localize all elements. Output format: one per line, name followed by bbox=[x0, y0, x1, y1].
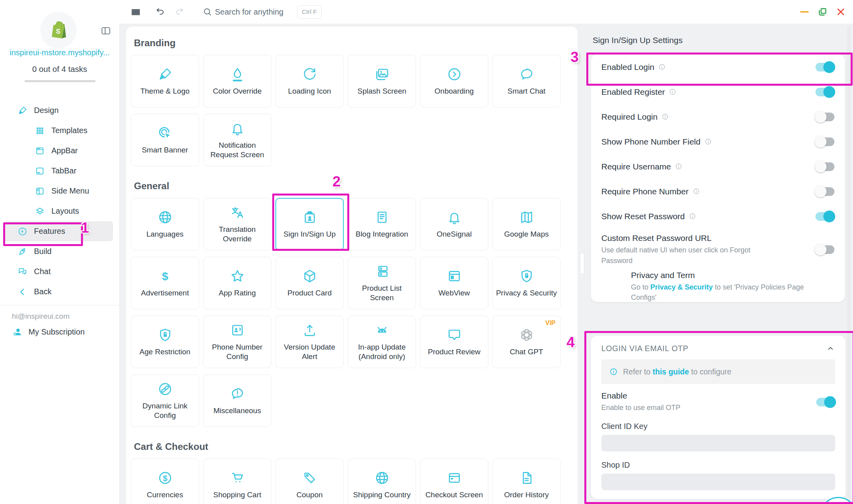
feature-card-dynamic-link-config[interactable]: Dynamic Link Config bbox=[131, 374, 199, 427]
feature-card-advertisement[interactable]: $Advertisement bbox=[131, 257, 199, 309]
sidebar-item-design[interactable]: Design bbox=[0, 100, 119, 120]
setting-row-require-username: Require Username bbox=[601, 154, 834, 179]
feature-card-product-card[interactable]: Product Card bbox=[275, 257, 344, 309]
toggle-enable-email-otp[interactable] bbox=[816, 398, 835, 406]
sidebar-item-chat[interactable]: Chat bbox=[0, 261, 119, 282]
feature-card-label: Blog Integration bbox=[353, 229, 410, 239]
sidebar-item-features[interactable]: Features bbox=[4, 221, 113, 241]
toggle-show-reset-password[interactable] bbox=[815, 212, 834, 221]
search-icon[interactable] bbox=[202, 0, 213, 24]
feature-card-webview[interactable]: WebView bbox=[420, 257, 488, 309]
tag-icon bbox=[302, 470, 318, 486]
feature-card-order-history[interactable]: Order History bbox=[492, 459, 561, 504]
feature-card-label: Product List Screen bbox=[348, 284, 416, 303]
toggle-custom-reset-password-url[interactable] bbox=[815, 245, 834, 254]
sidebar-item-back[interactable]: Back bbox=[0, 282, 119, 302]
feature-card-onboarding[interactable]: Onboarding bbox=[420, 55, 488, 107]
toggle-required-login[interactable] bbox=[815, 113, 834, 121]
shieldlock-icon bbox=[157, 327, 173, 343]
undo-icon[interactable] bbox=[155, 0, 165, 24]
toggle-show-phone-number-field[interactable] bbox=[815, 137, 834, 146]
sidebar-item-my-subscription[interactable]: My Subscription bbox=[12, 326, 85, 337]
features-icon bbox=[17, 226, 28, 237]
feature-card-sign-in-sign-up[interactable]: Sign In/Sign Up2 bbox=[275, 198, 344, 250]
feature-card-onesignal[interactable]: OneSignal bbox=[420, 198, 488, 250]
sidebar-item-side-menu[interactable]: Side Menu bbox=[0, 181, 119, 201]
sidebar-item-templates[interactable]: Templates bbox=[0, 120, 119, 141]
login-email-otp-card: LOGIN VIA EMAIL OTP Refer to this guide … bbox=[591, 336, 845, 499]
feature-card-label: Color Override bbox=[211, 87, 264, 96]
field-input-shop-id[interactable] bbox=[601, 474, 835, 490]
doc-icon bbox=[374, 209, 390, 225]
feature-card-shipping-country[interactable]: Shipping Country bbox=[348, 459, 416, 504]
feature-card-theme-logo[interactable]: Theme & Logo bbox=[131, 55, 199, 107]
feature-card-coupon[interactable]: Coupon bbox=[275, 459, 344, 504]
otp-enable-row: Enable Enable to use email OTP bbox=[601, 391, 835, 413]
feature-card-currencies[interactable]: $Currencies bbox=[131, 459, 199, 504]
feature-card-version-update-alert[interactable]: Version Update Alert bbox=[275, 316, 344, 368]
sidebar-item-tabbar[interactable]: TabBar bbox=[0, 161, 119, 181]
sidebar-item-label: TabBar bbox=[51, 166, 76, 175]
feature-card-color-override[interactable]: Color Override bbox=[203, 55, 271, 107]
feature-card-phone-number-config[interactable]: Phone Number Config bbox=[203, 316, 271, 368]
guide-link[interactable]: this guide bbox=[653, 367, 689, 376]
toggle-enabled-register[interactable] bbox=[815, 88, 834, 96]
sidemenu-icon bbox=[35, 186, 45, 196]
field-input-client-id-key[interactable] bbox=[601, 435, 835, 451]
feature-card-chat-gpt[interactable]: VIPChat GPT bbox=[492, 316, 561, 368]
feature-card-splash-screen[interactable]: Splash Screen bbox=[348, 55, 416, 107]
creditcard-icon bbox=[446, 470, 462, 486]
feature-card-product-review[interactable]: Product Review bbox=[420, 316, 488, 368]
feature-card-label: Miscellaneous bbox=[211, 406, 263, 416]
feature-card-label: Google Maps bbox=[502, 229, 551, 239]
setting-label: Enabled Register bbox=[601, 87, 665, 97]
feature-card-privacy-security[interactable]: Privacy & Security bbox=[492, 257, 561, 309]
sidebar-collapse-icon[interactable] bbox=[100, 25, 111, 36]
window-maximize-button[interactable] bbox=[817, 7, 828, 17]
feature-card-in-app-update-android-only[interactable]: In-app Update (Android only) bbox=[348, 316, 416, 368]
image-icon bbox=[374, 66, 390, 82]
feature-card-smart-chat[interactable]: Smart Chat bbox=[492, 55, 561, 107]
feature-card-translation-override[interactable]: Translation Override bbox=[203, 198, 271, 250]
annotation-number-3: 3 bbox=[571, 50, 579, 64]
redo-icon[interactable] bbox=[175, 0, 185, 24]
window-close-button[interactable] bbox=[836, 7, 846, 17]
sidebar-item-appbar[interactable]: AppBar bbox=[0, 141, 119, 161]
feature-card-languages[interactable]: Languages bbox=[131, 198, 199, 250]
store-name[interactable]: inspireui-mstore.myshopify... bbox=[0, 48, 119, 57]
feature-card-product-list-screen[interactable]: Product List Screen bbox=[348, 257, 416, 309]
toggle-enabled-login[interactable] bbox=[815, 63, 834, 71]
feature-card-label: Coupon bbox=[294, 490, 325, 500]
feature-card-app-rating[interactable]: App Rating bbox=[203, 257, 271, 309]
globe-icon bbox=[157, 209, 173, 225]
toggle-require-username[interactable] bbox=[815, 162, 834, 171]
info-icon bbox=[661, 113, 669, 120]
feature-card-blog-integration[interactable]: Blog Integration bbox=[348, 198, 416, 250]
feature-card-checkout-screen[interactable]: Checkout Screen bbox=[420, 459, 488, 504]
panel-scrollbar-track[interactable] bbox=[847, 26, 851, 504]
feature-card-loading-icon[interactable]: Loading Icon bbox=[275, 55, 344, 107]
feature-card-age-restriction[interactable]: Age Restriction bbox=[131, 316, 199, 368]
window-minimize-button[interactable] bbox=[800, 11, 809, 13]
feature-card-smart-banner[interactable]: Smart Banner bbox=[131, 114, 199, 166]
toggle-require-phone-number[interactable] bbox=[815, 187, 834, 196]
privacy-security-link[interactable]: Privacy & Security bbox=[650, 283, 713, 291]
sidebar-item-layouts[interactable]: Layouts bbox=[0, 201, 119, 221]
brush-icon bbox=[157, 66, 173, 82]
sidebar-item-build[interactable]: Build bbox=[0, 241, 119, 261]
feature-card-notification-request-screen[interactable]: Notification Request Screen bbox=[203, 114, 271, 166]
feature-card-shopping-cart[interactable]: Shopping Cart bbox=[203, 459, 271, 504]
main-scrollbar-thumb[interactable] bbox=[580, 253, 584, 274]
feature-card-miscellaneous[interactable]: Miscellaneous bbox=[203, 374, 271, 427]
sidebar-nav: DesignTemplatesAppBarTabBarSide MenuLayo… bbox=[0, 100, 119, 302]
bell-icon bbox=[230, 120, 245, 136]
feature-card-label: Version Update Alert bbox=[276, 342, 343, 362]
feature-card-label: Theme & Logo bbox=[138, 87, 192, 96]
sidebar-item-label: Layouts bbox=[51, 207, 79, 216]
search-input[interactable]: Search for anything bbox=[215, 0, 283, 24]
apps-grid-icon[interactable] bbox=[130, 0, 141, 24]
chevron-up-icon[interactable] bbox=[826, 344, 835, 353]
feature-card-label: Dynamic Link Config bbox=[131, 401, 199, 421]
info-icon bbox=[609, 367, 618, 376]
feature-card-google-maps[interactable]: Google Maps bbox=[492, 198, 561, 250]
